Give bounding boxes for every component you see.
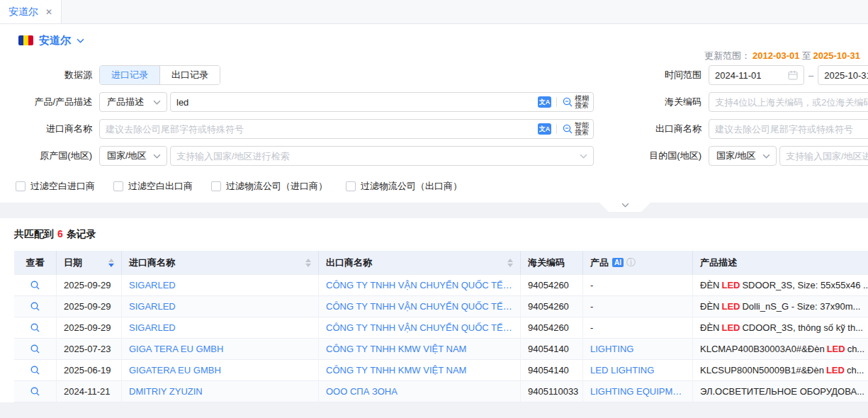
divider <box>556 124 557 134</box>
header-desc: 产品描述 <box>693 251 868 275</box>
import-records-toggle[interactable]: 进口记录 <box>100 66 159 84</box>
sort-icons[interactable] <box>507 259 513 267</box>
andorra-flag-icon <box>18 35 33 45</box>
origin-mode-select[interactable]: 国家/地区 <box>99 146 167 166</box>
filter-blank-importer-checkbox[interactable]: 过滤空白进口商 <box>16 180 95 193</box>
destination-label: 目的国(地区) <box>594 149 701 162</box>
data-source-toggle: 进口记录 出口记录 <box>99 65 220 85</box>
importer-input[interactable] <box>100 120 538 137</box>
desc-cell: KLCSUP800N50009B1#&ĐènLEDch... <box>693 360 868 381</box>
origin-search-box <box>170 146 594 166</box>
product-link[interactable]: LIGHTING <box>590 344 633 354</box>
smart-search-button[interactable]: 智能 搜索 <box>575 122 589 136</box>
header-view: 查看 <box>14 251 57 275</box>
exporter-link[interactable]: CÔNG TY TNHH VẬN CHUYỂN QUỐC TẾ TI... <box>326 322 513 333</box>
checkbox-icon[interactable] <box>211 181 221 191</box>
filter-blank-exporter-checkbox[interactable]: 过滤空白出口商 <box>113 180 193 193</box>
time-range-label: 时间范围 <box>594 69 701 81</box>
product-cell: - <box>583 317 693 339</box>
chevron-down-icon <box>153 100 161 105</box>
sort-icons[interactable] <box>108 259 114 267</box>
exporter-link[interactable]: CÔNG TY TNHH KMW VIỆT NAM <box>326 344 466 354</box>
count-prefix: 共匹配到 <box>14 228 54 239</box>
view-record-button[interactable] <box>30 301 40 312</box>
exporter-input[interactable] <box>709 120 868 137</box>
view-record-button[interactable] <box>30 365 40 375</box>
product-type-select[interactable]: 产品描述 <box>99 92 167 112</box>
filter-logistics-exporter-checkbox[interactable]: 过滤物流公司（出口商） <box>346 180 462 193</box>
checkbox-label: 过滤物流公司（进口商） <box>226 180 327 193</box>
collapse-panel-handle[interactable] <box>599 203 650 212</box>
origin-label: 原产国(地区) <box>0 149 92 162</box>
exporter-link[interactable]: CÔNG TY TNHH KMW VIỆT NAM <box>326 365 466 375</box>
importer-label: 进口商名称 <box>0 123 92 135</box>
close-icon[interactable]: ✕ <box>45 7 52 17</box>
translate-icon[interactable]: 文A <box>538 96 551 108</box>
origin-input[interactable] <box>171 147 589 164</box>
product-link[interactable]: LED LIGHTING <box>590 365 654 375</box>
filter-logistics-importer-checkbox[interactable]: 过滤物流公司（进口商） <box>211 180 327 193</box>
hs-code-input[interactable] <box>709 94 868 111</box>
top-panel: 安道尔 ✕ 安道尔 更新范围：2012-03-01至2025-10-31 数据源… <box>0 0 868 203</box>
importer-link[interactable]: GIGA TERA EU GMBH <box>129 344 223 354</box>
end-date-value[interactable] <box>824 70 868 81</box>
exporter-link[interactable]: CÔNG TY TNHH VẬN CHUYỂN QUỐC TẾ TI... <box>326 301 513 312</box>
destination-input[interactable] <box>780 147 868 164</box>
sort-icons[interactable] <box>305 259 311 267</box>
importer-link[interactable]: GIGATERA EU GMBH <box>129 365 221 375</box>
tab-andorra[interactable]: 安道尔 ✕ <box>0 0 62 23</box>
date-cell: 2025-09-29 <box>57 296 122 317</box>
importer-link[interactable]: DMITRIY ZYUZIN <box>129 386 203 397</box>
country-selector[interactable]: 安道尔 <box>0 24 868 48</box>
importer-link[interactable]: SIGARLED <box>129 301 176 312</box>
start-date-value[interactable] <box>715 70 788 81</box>
date-cell: 2025-09-29 <box>57 317 122 339</box>
export-records-toggle[interactable]: 出口记录 <box>159 66 220 84</box>
importer-link[interactable]: SIGARLED <box>129 280 176 290</box>
checkbox-icon[interactable] <box>346 181 356 191</box>
update-range-to: 至 <box>802 50 811 61</box>
header-importer-label: 进口商名称 <box>129 256 175 269</box>
checkbox-icon[interactable] <box>113 181 123 191</box>
destination-search-box <box>779 146 868 166</box>
header-exporter[interactable]: 出口商名称 <box>319 251 521 275</box>
fuzzy-search-button[interactable]: 模糊 搜索 <box>575 95 589 109</box>
update-range-end: 2025-10-31 <box>813 50 861 61</box>
desc-cell: KLCMAP400B30003A0#&ĐènLEDch... <box>693 339 868 360</box>
hs-code-label: 海关编码 <box>594 96 701 108</box>
end-date-input[interactable] <box>818 65 868 85</box>
search-hit: LED <box>827 344 845 354</box>
view-record-button[interactable] <box>30 322 40 333</box>
chevron-down-icon <box>762 154 770 159</box>
destination-mode-value: 国家/地区 <box>716 149 756 162</box>
smart-search-icon[interactable] <box>562 123 573 135</box>
checkbox-label: 过滤空白出口商 <box>128 180 193 193</box>
date-range-separator: – <box>808 70 813 81</box>
product-search-box: 文A 模糊 搜索 <box>170 92 594 112</box>
exporter-link[interactable]: ООО СПА ЗОНА <box>326 386 398 397</box>
view-record-button[interactable] <box>30 280 40 290</box>
tab-bar: 安道尔 ✕ <box>0 0 868 24</box>
product-label: 产品/产品描述 <box>0 96 92 108</box>
start-date-input[interactable] <box>709 65 804 85</box>
view-record-button[interactable] <box>30 344 40 354</box>
exporter-label: 出口商名称 <box>594 123 701 135</box>
header-hs: 海关编码 <box>521 251 583 275</box>
product-link[interactable]: LIGHTING EQUIPMENT <box>590 386 685 397</box>
fuzzy-search-icon[interactable] <box>562 96 573 108</box>
search-hit: LED <box>721 301 740 312</box>
header-date[interactable]: 日期 <box>57 251 122 275</box>
info-icon[interactable]: ⓘ <box>626 256 636 269</box>
translate-icon[interactable]: 文A <box>538 123 551 135</box>
collapse-strip <box>0 203 868 218</box>
tab-title: 安道尔 <box>9 6 38 18</box>
exporter-link[interactable]: CÔNG TY TNHH VẬN CHUYỂN QUỐC TẾ TI... <box>326 280 513 290</box>
product-search-input[interactable] <box>171 94 538 111</box>
view-record-button[interactable] <box>30 386 40 397</box>
checkbox-icon[interactable] <box>16 181 26 191</box>
header-importer[interactable]: 进口商名称 <box>122 251 319 275</box>
destination-mode-select[interactable]: 国家/地区 <box>709 146 777 166</box>
records-table: 查看 日期 进口商名称 出口商名称 海关编码 产品 AI ⓘ 产品描述 <box>14 251 868 402</box>
table-row: 2025-09-29 SIGARLED CÔNG TY TNHH VẬN CHU… <box>14 296 868 317</box>
importer-link[interactable]: SIGARLED <box>129 322 176 333</box>
